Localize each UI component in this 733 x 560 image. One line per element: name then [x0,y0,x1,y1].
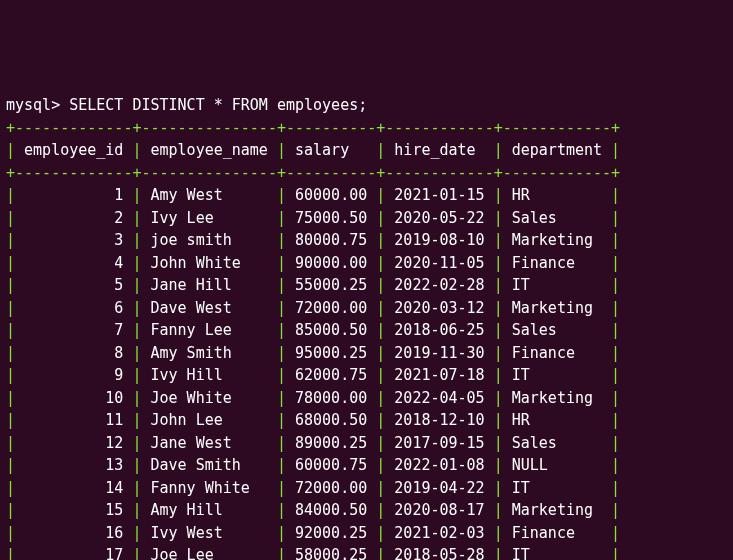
table-border: +-------------+---------------+---------… [6,162,727,185]
table-row: | 2 | Ivy Lee | 75000.50 | 2020-05-22 | … [6,207,727,230]
table-row: | 5 | Jane Hill | 55000.25 | 2022-02-28 … [6,274,727,297]
table-row: | 14 | Fanny White | 72000.00 | 2019-04-… [6,477,727,500]
mysql-prompt: mysql> [6,96,69,114]
table-header-row: | employee_id | employee_name | salary |… [6,139,727,162]
table-row: | 8 | Amy Smith | 95000.25 | 2019-11-30 … [6,342,727,365]
sql-query-line: mysql> SELECT DISTINCT * FROM employees; [6,94,727,117]
table-border: +-------------+---------------+---------… [6,117,727,140]
table-row: | 10 | Joe White | 78000.00 | 2022-04-05… [6,387,727,410]
table-row: | 7 | Fanny Lee | 85000.50 | 2018-06-25 … [6,319,727,342]
sql-query: SELECT DISTINCT * FROM employees; [69,96,367,114]
table-row: | 11 | John Lee | 68000.50 | 2018-12-10 … [6,409,727,432]
table-row: | 1 | Amy West | 60000.00 | 2021-01-15 |… [6,184,727,207]
table-row: | 15 | Amy Hill | 84000.50 | 2020-08-17 … [6,499,727,522]
terminal-output[interactable]: mysql> SELECT DISTINCT * FROM employees;… [6,94,727,560]
table-row: | 4 | John White | 90000.00 | 2020-11-05… [6,252,727,275]
table-row: | 13 | Dave Smith | 60000.75 | 2022-01-0… [6,454,727,477]
table-row: | 12 | Jane West | 89000.25 | 2017-09-15… [6,432,727,455]
table-row: | 17 | Joe Lee | 58000.25 | 2018-05-28 |… [6,544,727,560]
table-row: | 9 | Ivy Hill | 62000.75 | 2021-07-18 |… [6,364,727,387]
table-row: | 6 | Dave West | 72000.00 | 2020-03-12 … [6,297,727,320]
table-row: | 16 | Ivy West | 92000.25 | 2021-02-03 … [6,522,727,545]
table-row: | 3 | joe smith | 80000.75 | 2019-08-10 … [6,229,727,252]
